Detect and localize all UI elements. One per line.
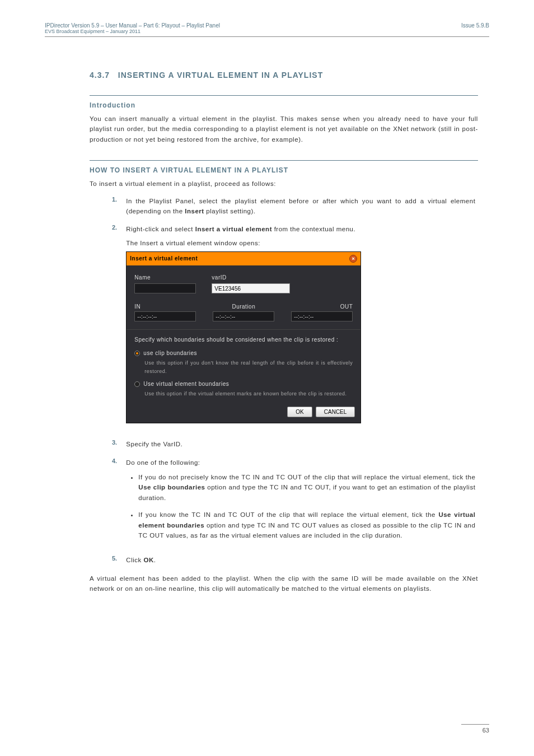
step-number: 2.	[112, 224, 124, 231]
step-body: Click OK.	[126, 555, 475, 565]
dialog-body: Name varID IN	[127, 265, 360, 403]
insert-virtual-element-dialog: Insert a virtual element × Name varID	[126, 251, 361, 423]
main-content: 4.3.7 INSERTING A VIRTUAL ELEMENT IN A P…	[90, 71, 478, 594]
howto-lead: To insert a virtual element in a playlis…	[90, 179, 478, 189]
header-title: IPDirector Version 5.9 – User Manual – P…	[45, 22, 220, 29]
step-2-text-a: Right-click and select	[126, 226, 195, 232]
step-body: Do one of the following: If you do not p…	[126, 458, 475, 548]
step-5-bold: OK	[143, 557, 153, 563]
step-1: 1. In the Playlist Panel, select the pla…	[112, 196, 478, 217]
step-2: 2. Right-click and select Insert a virtu…	[112, 224, 478, 431]
step-3: 3. Specify the VarID.	[112, 439, 478, 449]
bullet-2-a: If you know the TC IN and TC OUT of the …	[138, 511, 438, 518]
step-body: Right-click and select Insert a virtual …	[126, 224, 475, 431]
step-1-text-b: playlist setting).	[204, 208, 256, 214]
radio-use-virtual-boundaries[interactable]: Use virtual element boundaries	[134, 380, 353, 389]
dialog-title-text: Insert a virtual element	[130, 254, 198, 263]
step-body: In the Playlist Panel, select the playli…	[126, 196, 475, 217]
dialog-separator	[127, 329, 360, 330]
radio-use-clip-boundaries[interactable]: use clip boundaries	[134, 349, 353, 358]
step-4: 4. Do one of the following: If you do no…	[112, 458, 478, 548]
in-label: IN	[134, 302, 196, 311]
step-4-bullets: If you do not precisely know the TC IN a…	[138, 472, 475, 540]
ok-button[interactable]: OK	[287, 407, 312, 417]
varid-input[interactable]	[212, 283, 290, 293]
step-5-text-a: Click	[126, 557, 143, 563]
intro-heading: Introduction	[90, 95, 478, 109]
header-left: IPDirector Version 5.9 – User Manual – P…	[45, 22, 220, 34]
varid-label: varID	[212, 273, 290, 282]
step-5-text-b: .	[154, 557, 156, 563]
radio-icon	[134, 381, 140, 387]
dialog-titlebar: Insert a virtual element ×	[127, 252, 360, 265]
close-icon[interactable]: ×	[349, 255, 357, 263]
name-label: Name	[134, 273, 196, 282]
cancel-button[interactable]: CANCEL	[316, 407, 355, 417]
out-label: OUT	[291, 302, 353, 311]
section-heading: 4.3.7 INSERTING A VIRTUAL ELEMENT IN A P…	[90, 71, 478, 80]
step-number: 5.	[112, 555, 124, 562]
page-number: 63	[461, 724, 489, 734]
section-number: 4.3.7	[90, 71, 110, 80]
step-body: Specify the VarID.	[126, 439, 475, 449]
radio-label: Use virtual element boundaries	[143, 380, 229, 389]
tc-in-input[interactable]	[134, 311, 196, 321]
step-2-text-c: The Insert a virtual element window open…	[126, 240, 260, 246]
header-subtitle: EVS Broadcast Equipment – January 2011	[45, 29, 220, 34]
dialog-footer: OK CANCEL	[127, 403, 360, 423]
step-2-bold: Insert a virtual element	[195, 226, 272, 232]
step-1-text-a: In the Playlist Panel, select the playli…	[126, 198, 475, 214]
step-1-bold: Insert	[185, 208, 204, 214]
bullet-1-a: If you do not precisely know the TC IN a…	[138, 474, 475, 480]
list-item: If you do not precisely know the TC IN a…	[138, 472, 475, 503]
howto-heading: HOW TO INSERT A VIRTUAL ELEMENT IN A PLA…	[90, 160, 478, 174]
closing-paragraph: A virtual element has been added to the …	[90, 573, 478, 594]
intro-paragraph: You can insert manually a virtual elemen…	[90, 114, 478, 144]
duration-label: Duration	[213, 302, 274, 311]
tc-out-input[interactable]	[291, 311, 353, 321]
step-number: 1.	[112, 196, 124, 203]
radio-icon	[134, 351, 140, 356]
list-item: If you know the TC IN and TC OUT of the …	[138, 510, 475, 540]
step-number: 4.	[112, 458, 124, 464]
boundaries-instruction: Specify which boundaries should be consi…	[134, 335, 353, 344]
header-issue: Issue 5.9.B	[461, 22, 489, 29]
page-header: IPDirector Version 5.9 – User Manual – P…	[45, 22, 489, 37]
step-number: 3.	[112, 439, 124, 446]
step-4-lead: Do one of the following:	[126, 459, 200, 466]
radio-label: use clip boundaries	[143, 349, 197, 358]
step-5: 5. Click OK.	[112, 555, 478, 565]
step-2-text-b: from the contextual menu.	[272, 226, 355, 232]
section-title-text: INSERTING A VIRTUAL ELEMENT IN A PLAYLIS…	[118, 71, 323, 80]
radio-2-note: Use this option if the virtual element m…	[144, 390, 353, 398]
radio-1-note: Use this option if you don't know the re…	[144, 359, 353, 375]
tc-duration-input[interactable]	[213, 311, 274, 321]
bullet-1-bold: Use clip boundaries	[138, 484, 205, 491]
name-input[interactable]	[134, 283, 196, 293]
